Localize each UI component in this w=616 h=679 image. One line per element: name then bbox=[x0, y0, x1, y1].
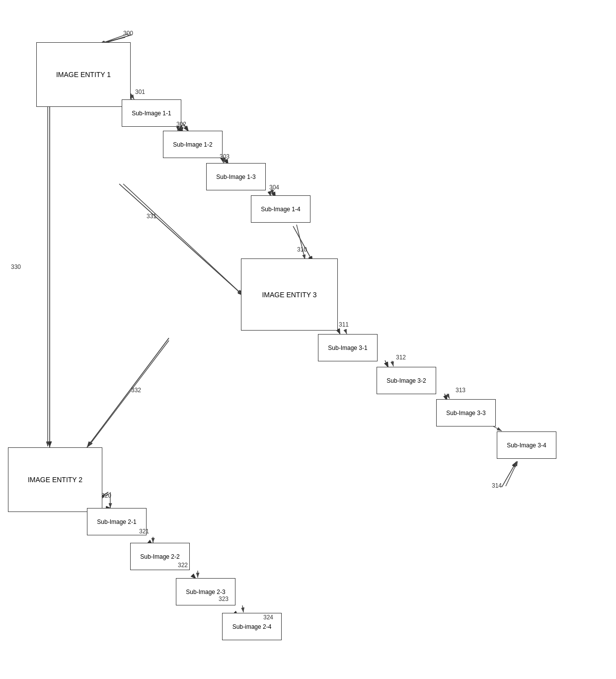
sub23-label: Sub-Image 2-3 bbox=[186, 589, 225, 595]
svg-line-37 bbox=[392, 361, 393, 366]
label-301: 301 bbox=[135, 88, 145, 95]
sub32-label: Sub-Image 3-2 bbox=[386, 377, 426, 384]
sub21-box: Sub-Image 2-1 bbox=[87, 508, 147, 535]
diagram: IMAGE ENTITY 1 IMAGE ENTITY 2 IMAGE ENTI… bbox=[0, 0, 616, 679]
svg-line-28 bbox=[131, 93, 134, 99]
label-323: 323 bbox=[219, 595, 229, 602]
label-300: 300 bbox=[123, 30, 133, 37]
svg-line-35 bbox=[88, 340, 169, 446]
sub13-box: Sub-Image 1-3 bbox=[206, 163, 266, 190]
sub11-label: Sub-Image 1-1 bbox=[132, 110, 171, 117]
label-324: 324 bbox=[263, 614, 273, 621]
svg-line-13 bbox=[502, 461, 517, 487]
svg-line-33 bbox=[123, 184, 242, 294]
label-331: 331 bbox=[147, 213, 156, 220]
label-313: 313 bbox=[456, 387, 465, 394]
svg-line-38 bbox=[447, 394, 450, 399]
label-310: 310 bbox=[297, 246, 307, 253]
label-312: 312 bbox=[396, 354, 406, 361]
label-322: 322 bbox=[178, 562, 188, 569]
entity3-label: IMAGE ENTITY 3 bbox=[262, 291, 316, 299]
svg-line-8 bbox=[293, 226, 313, 262]
label-321: 321 bbox=[139, 528, 149, 535]
sub33-label: Sub-Image 3-3 bbox=[446, 410, 485, 417]
sub13-label: Sub-Image 1-3 bbox=[216, 173, 255, 180]
label-332: 332 bbox=[131, 387, 141, 394]
sub31-label: Sub-Image 3-1 bbox=[328, 344, 367, 351]
label-311: 311 bbox=[339, 321, 349, 328]
sub22-label: Sub-Image 2-2 bbox=[140, 553, 179, 560]
label-304: 304 bbox=[269, 184, 279, 191]
sub12-box: Sub-Image 1-2 bbox=[163, 131, 223, 158]
label-330: 330 bbox=[11, 263, 21, 270]
sub31-box: Sub-Image 3-1 bbox=[318, 334, 378, 361]
entity2-box: IMAGE ENTITY 2 bbox=[8, 447, 102, 512]
sub14-box: Sub-Image 1-4 bbox=[251, 195, 310, 223]
label-314: 314 bbox=[492, 482, 502, 489]
sub33-box: Sub-Image 3-3 bbox=[436, 399, 496, 426]
sub14-label: Sub-Image 1-4 bbox=[261, 206, 300, 213]
svg-line-36 bbox=[345, 330, 347, 334]
entity1-box: IMAGE ENTITY 1 bbox=[36, 42, 131, 107]
svg-line-43 bbox=[242, 605, 243, 612]
svg-line-32 bbox=[297, 225, 305, 259]
entity2-label: IMAGE ENTITY 2 bbox=[28, 476, 82, 484]
label-302: 302 bbox=[176, 121, 186, 128]
label-320: 320 bbox=[101, 492, 111, 499]
entity3-box: IMAGE ENTITY 3 bbox=[241, 258, 338, 331]
sub34-label: Sub-Image 3-4 bbox=[507, 442, 546, 449]
sub21-label: Sub-Image 2-1 bbox=[97, 518, 136, 525]
svg-line-9 bbox=[119, 184, 243, 296]
sub11-box: Sub-Image 1-1 bbox=[122, 99, 181, 127]
sub32-box: Sub-Image 3-2 bbox=[377, 367, 436, 394]
svg-line-15 bbox=[87, 338, 169, 447]
sub24-label: Sub-image 2-4 bbox=[232, 623, 272, 630]
sub12-label: Sub-Image 1-2 bbox=[173, 141, 212, 148]
label-303: 303 bbox=[220, 153, 230, 160]
svg-line-39 bbox=[506, 461, 518, 486]
entity1-label: IMAGE ENTITY 1 bbox=[56, 71, 111, 79]
sub34-box: Sub-Image 3-4 bbox=[497, 431, 556, 459]
